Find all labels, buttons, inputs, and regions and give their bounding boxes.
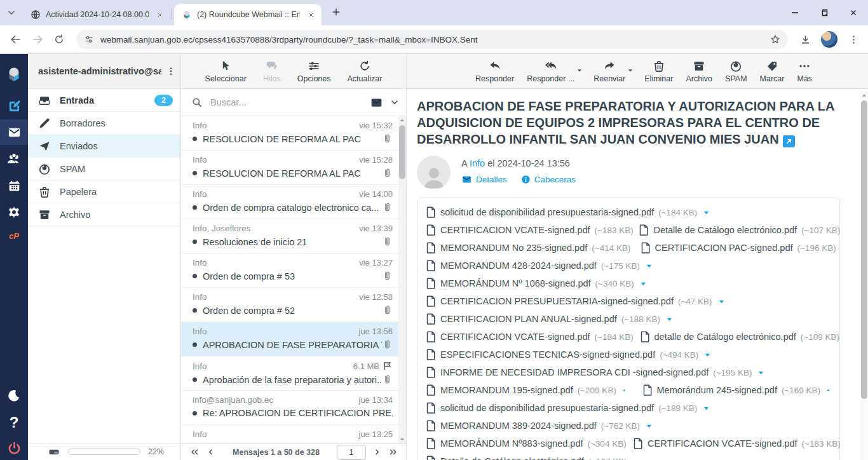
reload-button[interactable]	[48, 29, 70, 50]
folder-item-borradores[interactable]: Borradores	[28, 112, 180, 135]
folder-item-entrada[interactable]: Entrada 2	[28, 89, 180, 112]
options-button[interactable]: Opciones	[297, 60, 331, 83]
folder-item-papelera[interactable]: Papelera	[28, 180, 180, 203]
message-list-item[interactable]: Info vie 15:32 RESOLUCION DE REFORMA AL …	[181, 116, 399, 151]
list-scrollbar[interactable]	[398, 116, 406, 443]
spam-button[interactable]: SPAM	[725, 60, 747, 83]
browser-menu-button[interactable]	[843, 29, 864, 50]
first-page-icon[interactable]	[190, 447, 200, 457]
attachment-name[interactable]: solicitud de disponibilidad presupuestar…	[440, 207, 654, 217]
address-bar[interactable]: webmail.sanjuan.gob.ec/cpsess4163570888/…	[76, 30, 788, 49]
attachment-item[interactable]: MEMORANDUM 195-signed.pdf (~209 KB)	[426, 384, 627, 396]
reply-button[interactable]: Responder	[475, 60, 514, 83]
attachment-item[interactable]: Detalle de Catálogo electrónico.pdf (~10…	[426, 456, 640, 460]
recipient-link[interactable]: Info	[470, 158, 485, 168]
attachment-name[interactable]: MEMORANDUM 428-2024-signed.pdf	[440, 260, 597, 271]
details-toggle[interactable]: Detalles	[461, 174, 507, 185]
message-list-item[interactable]: Info, Joseflores vie 13:39 Resoluciones …	[181, 219, 399, 254]
logout-power-icon[interactable]	[0, 435, 28, 460]
attachment-name[interactable]: MEMORANDUM No 235-signed.pdf	[440, 243, 587, 253]
attachment-item[interactable]: MEMORANDUM 428-2024-signed.pdf (~175 KB)	[426, 260, 653, 271]
downloads-button[interactable]	[794, 29, 816, 50]
message-list-item[interactable]: Info vie 12:58 Orden de compra # 52	[181, 288, 399, 322]
attachment-menu-caret-icon[interactable]	[718, 298, 725, 305]
message-list-item[interactable]: info@sanjuan.gob.ec jue 13:34 Re: APROBA…	[181, 391, 399, 425]
window-restore-button[interactable]	[810, 0, 839, 25]
scroll-up-icon[interactable]	[398, 116, 406, 124]
new-tab-button[interactable]	[330, 6, 342, 18]
attachment-item[interactable]: detalle de Catálogo electrónico.pdf (~10…	[641, 331, 831, 342]
tab-search-chevron-icon[interactable]	[6, 8, 17, 18]
attachment-name[interactable]: ESPECIFICACIONES TECNICAS-signed-signed.…	[440, 349, 655, 360]
attachment-name[interactable]: CERTIFICACION PAC-signed.pdf	[655, 243, 793, 253]
attachment-item[interactable]: CERTIFICACION PRESUPUESTARIA-signed-sign…	[426, 295, 725, 307]
folder-item-archivo[interactable]: Archivo	[28, 203, 180, 226]
attachment-name[interactable]: Detalle de Catálogo electrónico.pdf	[653, 225, 797, 235]
attachment-item[interactable]: MEMORÁNDUM Nº 1068-signed.pdf (~340 KB)	[426, 278, 647, 289]
next-page-icon[interactable]	[372, 447, 382, 457]
message-list-item[interactable]: Info jue 13:56 APROBACION DE FASE PREPAR…	[181, 322, 399, 356]
attachment-name[interactable]: INFORME DE NECESIDAD IMPRESORA CDI -sign…	[440, 367, 709, 377]
attachment-item[interactable]: INFORME DE NECESIDAD IMPRESORA CDI -sign…	[426, 367, 764, 378]
message-list-item[interactable]: Info 6.1 MB Aprobación de la fase prepar…	[181, 356, 399, 391]
attachment-menu-caret-icon[interactable]	[640, 280, 647, 287]
delete-button[interactable]: Eliminar	[644, 60, 673, 83]
scroll-up-icon[interactable]	[860, 91, 868, 99]
attachment-menu-caret-icon[interactable]	[633, 458, 640, 460]
attachment-name[interactable]: MEMORANDUM 195-signed.pdf	[440, 385, 573, 395]
prev-page-icon[interactable]	[206, 447, 215, 457]
attachment-name[interactable]: CERTIFICACION VCATE-signed.pdf	[440, 332, 590, 342]
compose-icon[interactable]	[0, 93, 28, 119]
more-button[interactable]: Más	[797, 60, 812, 83]
attachment-item[interactable]: solicitud de disponibilidad presupuestar…	[426, 206, 710, 218]
attachment-menu-caret-icon[interactable]	[703, 209, 710, 216]
attachment-menu-caret-icon[interactable]	[666, 316, 673, 323]
tab-close-button[interactable]	[305, 9, 316, 20]
attachment-item[interactable]: CERTIFICACION VCATE-signed.pdf (~183 KB)	[426, 224, 623, 236]
mail-icon[interactable]	[0, 119, 28, 145]
search-options-chevron-icon[interactable]	[390, 97, 400, 107]
attachment-item[interactable]: ESPECIFICACIONES TECNICAS-signed-signed.…	[426, 349, 711, 360]
select-button[interactable]: Seleccionar	[205, 60, 247, 83]
flag-icon[interactable]	[383, 361, 393, 371]
attachment-name[interactable]: solicitud de disponibilidad presupuestar…	[440, 403, 654, 413]
reply-all-caret-icon[interactable]	[576, 67, 583, 74]
attachment-item[interactable]: CERTIFICACION PAC-signed.pdf (~196 KB)	[641, 242, 831, 254]
forward-button[interactable]	[27, 29, 48, 50]
attachment-menu-caret-icon[interactable]	[826, 387, 831, 394]
attachment-item[interactable]: MEMORANDUM 389-2024-signed.pdf (~762 KB)	[426, 420, 653, 431]
profile-avatar[interactable]	[816, 31, 843, 48]
calendar-icon[interactable]	[0, 173, 28, 198]
attachment-name[interactable]: Detalle de Catálogo electrónico.pdf	[440, 456, 584, 460]
attachment-name[interactable]: Memorándum 245-signed.pdf	[657, 385, 777, 395]
settings-gear-icon[interactable]	[0, 200, 28, 225]
scroll-down-icon[interactable]	[398, 436, 406, 443]
attachment-menu-caret-icon[interactable]	[703, 405, 710, 412]
bookmark-star-icon[interactable]	[766, 30, 784, 48]
forward-button[interactable]: Reenviar	[593, 60, 625, 83]
folder-item-enviados[interactable]: Enviados	[28, 135, 180, 158]
headers-toggle[interactable]: Cabeceras	[521, 174, 576, 185]
help-icon[interactable]: ?	[0, 410, 28, 435]
attachment-name[interactable]: MEMORANDUM 389-2024-signed.pdf	[440, 421, 597, 431]
search-input[interactable]	[209, 97, 363, 108]
attachment-menu-caret-icon[interactable]	[757, 369, 764, 376]
scroll-thumb[interactable]	[399, 125, 405, 179]
reply-all-button[interactable]: Responder ...	[527, 60, 574, 83]
message-list-item[interactable]: Info vie 15:28 RESOLUCION DE REFORMA AL …	[181, 151, 399, 185]
attachment-item[interactable]: solicitud de disponibilidad presupuestar…	[426, 402, 710, 414]
message-list-item[interactable]: Info vie 13:27 Orden de compra # 53	[181, 254, 399, 288]
forward-caret-icon[interactable]	[627, 67, 634, 74]
mark-button[interactable]: Marcar	[760, 60, 785, 83]
tab-close-button[interactable]	[154, 9, 165, 20]
search-scope-mail-icon[interactable]	[370, 96, 383, 109]
attachment-name[interactable]: MEMORÁNDUM Nº883-signed.pdf	[440, 438, 583, 449]
open-in-new-window-icon[interactable]	[783, 135, 795, 147]
folder-item-spam[interactable]: SPAM	[28, 158, 180, 180]
scroll-thumb[interactable]	[861, 100, 867, 399]
page-number-input[interactable]	[337, 445, 366, 460]
attachment-menu-caret-icon[interactable]	[646, 262, 653, 269]
message-list-item[interactable]: Info jue 13:25	[181, 425, 399, 443]
attachment-menu-caret-icon[interactable]	[646, 423, 653, 430]
window-minimize-button[interactable]	[780, 0, 810, 25]
